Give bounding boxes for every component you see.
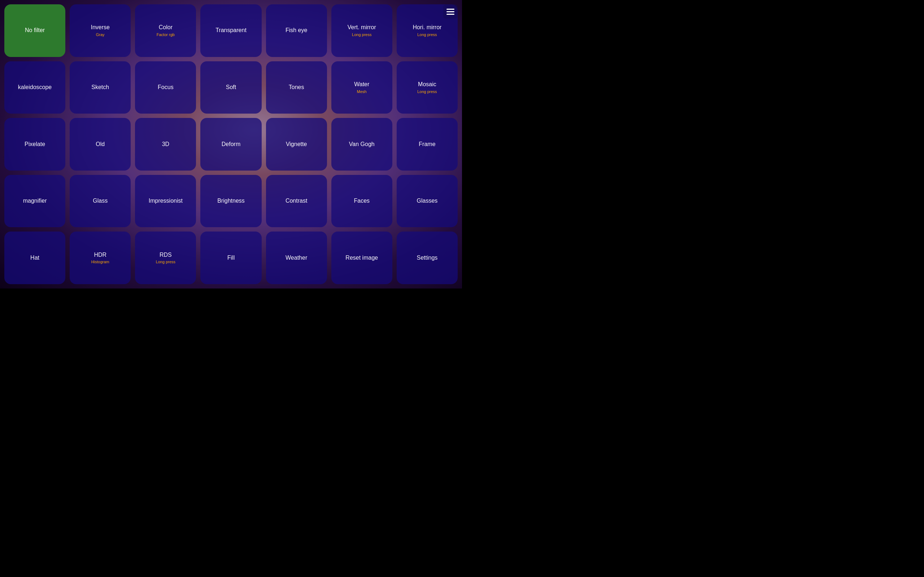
- hori-mirror-sub: Long press: [417, 32, 437, 37]
- van-gogh-button[interactable]: Van Gogh: [331, 118, 393, 171]
- glass-button[interactable]: Glass: [69, 175, 131, 227]
- pixelate-button[interactable]: Pixelate: [4, 118, 65, 171]
- old-button[interactable]: Old: [69, 118, 131, 171]
- tones-label: Tones: [289, 84, 304, 91]
- vert-mirror-label: Vert. mirror: [347, 24, 376, 31]
- mosaic-sub: Long press: [417, 89, 437, 94]
- fill-button[interactable]: Fill: [200, 232, 261, 284]
- vignette-button[interactable]: Vignette: [266, 118, 327, 171]
- impressionist-label: Impressionist: [149, 197, 183, 205]
- fish-eye-label: Fish eye: [286, 27, 307, 34]
- contrast-button[interactable]: Contrast: [266, 175, 327, 227]
- contrast-label: Contrast: [286, 197, 307, 205]
- focus-button[interactable]: Focus: [135, 61, 196, 114]
- settings-label: Settings: [417, 254, 438, 262]
- vert-mirror-sub: Long press: [352, 32, 372, 37]
- 3d-button[interactable]: 3D: [135, 118, 196, 171]
- inverse-sub: Gray: [96, 32, 105, 37]
- magnifier-button[interactable]: magnifier: [4, 175, 65, 227]
- faces-button[interactable]: Faces: [331, 175, 393, 227]
- no-filter-label: No filter: [25, 27, 45, 34]
- hdr-button[interactable]: HDR Histogram: [69, 232, 131, 284]
- hori-mirror-label: Hori. mirror: [412, 24, 441, 31]
- glass-label: Glass: [93, 197, 108, 205]
- sketch-label: Sketch: [91, 84, 109, 91]
- vignette-label: Vignette: [286, 141, 307, 148]
- menu-button[interactable]: [443, 4, 458, 19]
- vert-mirror-button[interactable]: Vert. mirror Long press: [331, 4, 393, 57]
- weather-button[interactable]: Weather: [266, 232, 327, 284]
- reset-image-button[interactable]: Reset image: [331, 232, 393, 284]
- frame-button[interactable]: Frame: [397, 118, 458, 171]
- filter-grid: No filter Inverse Gray Color Factor rgb …: [0, 0, 462, 288]
- tones-button[interactable]: Tones: [266, 61, 327, 114]
- inverse-label: Inverse: [90, 24, 109, 31]
- water-label: Water: [354, 81, 369, 89]
- old-label: Old: [96, 141, 105, 148]
- glasses-button[interactable]: Glasses: [397, 175, 458, 227]
- sketch-button[interactable]: Sketch: [69, 61, 131, 114]
- hamburger-icon: [446, 9, 454, 15]
- brightness-button[interactable]: Brightness: [200, 175, 261, 227]
- fill-label: Fill: [228, 254, 234, 262]
- mosaic-label: Mosaic: [418, 81, 436, 89]
- weather-label: Weather: [286, 254, 307, 262]
- deform-button[interactable]: Deform: [200, 118, 261, 171]
- rds-label: RDS: [160, 251, 172, 259]
- hdr-sub: Histogram: [91, 259, 109, 264]
- settings-button[interactable]: Settings: [397, 232, 458, 284]
- color-sub: Factor rgb: [157, 32, 175, 37]
- water-sub: Mesh: [357, 89, 367, 94]
- brightness-label: Brightness: [217, 197, 245, 205]
- mosaic-button[interactable]: Mosaic Long press: [397, 61, 458, 114]
- 3d-label: 3D: [162, 141, 169, 148]
- transparent-label: Transparent: [215, 27, 247, 34]
- no-filter-button[interactable]: No filter: [4, 4, 65, 57]
- reset-image-label: Reset image: [346, 254, 378, 262]
- color-button[interactable]: Color Factor rgb: [135, 4, 196, 57]
- fish-eye-button[interactable]: Fish eye: [266, 4, 327, 57]
- deform-label: Deform: [221, 141, 241, 148]
- soft-label: Soft: [226, 84, 236, 91]
- kaleidoscope-label: kaleidoscope: [18, 84, 52, 91]
- hat-button[interactable]: Hat: [4, 232, 65, 284]
- transparent-button[interactable]: Transparent: [200, 4, 261, 57]
- focus-label: Focus: [158, 84, 174, 91]
- impressionist-button[interactable]: Impressionist: [135, 175, 196, 227]
- hat-label: Hat: [30, 254, 39, 262]
- van-gogh-label: Van Gogh: [349, 141, 375, 148]
- rds-button[interactable]: RDS Long press: [135, 232, 196, 284]
- soft-button[interactable]: Soft: [200, 61, 261, 114]
- water-button[interactable]: Water Mesh: [331, 61, 393, 114]
- frame-label: Frame: [419, 141, 435, 148]
- rds-sub: Long press: [156, 259, 175, 264]
- hdr-label: HDR: [94, 251, 107, 259]
- glasses-label: Glasses: [417, 197, 438, 205]
- magnifier-label: magnifier: [23, 197, 47, 205]
- faces-label: Faces: [354, 197, 370, 205]
- kaleidoscope-button[interactable]: kaleidoscope: [4, 61, 65, 114]
- pixelate-label: Pixelate: [24, 141, 45, 148]
- color-label: Color: [159, 24, 173, 31]
- inverse-button[interactable]: Inverse Gray: [69, 4, 131, 57]
